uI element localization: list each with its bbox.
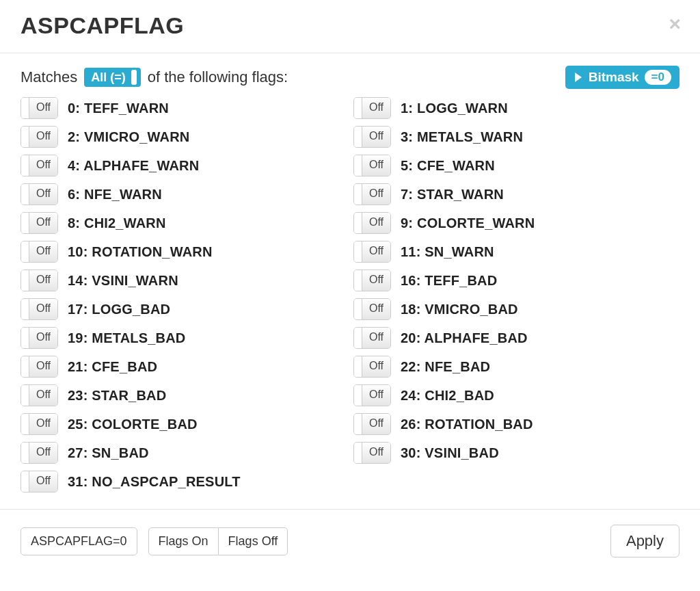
- flag-toggle[interactable]: Off: [353, 327, 391, 349]
- toggle-knob-icon: [354, 127, 362, 147]
- flag-label: 10: ROTATION_WARN: [68, 244, 213, 260]
- apply-button[interactable]: Apply: [610, 525, 679, 557]
- flag-row: Off5: CFE_WARN: [353, 155, 679, 176]
- flag-row: Off10: ROTATION_WARN: [21, 241, 347, 263]
- flag-row: Off22: NFE_BAD: [353, 356, 679, 378]
- flag-toggle[interactable]: Off: [353, 126, 391, 148]
- close-icon[interactable]: ×: [669, 14, 681, 34]
- flag-label: 19: METALS_BAD: [68, 330, 185, 346]
- flag-label: 31: NO_ASPCAP_RESULT: [68, 474, 241, 490]
- flag-state-label: Off: [29, 385, 57, 406]
- flag-toggle[interactable]: Off: [21, 241, 58, 263]
- flag-toggle[interactable]: Off: [353, 155, 391, 176]
- flags-onoff-group: Flags On Flags Off: [148, 527, 288, 555]
- modal-title: ASPCAPFLAG: [21, 12, 184, 39]
- toggle-knob-icon: [21, 414, 29, 434]
- flag-label: 11: SN_WARN: [401, 244, 494, 260]
- toggle-knob-icon: [21, 328, 29, 348]
- flags-on-button[interactable]: Flags On: [148, 527, 219, 555]
- flag-toggle[interactable]: Off: [21, 126, 58, 148]
- toggle-knob-icon: [21, 98, 29, 118]
- flag-row: Off6: NFE_WARN: [21, 183, 347, 205]
- flag-label: 20: ALPHAFE_BAD: [401, 330, 528, 346]
- toggle-knob-icon: [21, 299, 29, 319]
- toggle-knob-icon: [354, 155, 362, 176]
- flag-state-label: Off: [362, 155, 390, 176]
- flag-toggle[interactable]: Off: [353, 356, 391, 378]
- flag-toggle[interactable]: Off: [21, 413, 58, 435]
- flag-state-label: Off: [29, 98, 57, 118]
- flag-row: Off9: COLORTE_WARN: [353, 212, 679, 234]
- flag-modal: ASPCAPFLAG × Matches All (=) of the foll…: [0, 0, 700, 573]
- flag-row: Off8: CHI2_WARN: [21, 212, 347, 234]
- flag-state-label: Off: [29, 155, 57, 176]
- flag-row: Off24: CHI2_BAD: [353, 384, 679, 406]
- toggle-knob-icon: [21, 155, 29, 176]
- flag-state-label: Off: [29, 443, 57, 463]
- toggle-knob-icon: [354, 414, 362, 434]
- flag-label: 8: CHI2_WARN: [68, 215, 166, 231]
- flag-row: Off4: ALPHAFE_WARN: [21, 155, 347, 176]
- flag-label: 22: NFE_BAD: [401, 359, 490, 375]
- flag-row: Off2: VMICRO_WARN: [21, 126, 347, 148]
- flag-label: 7: STAR_WARN: [401, 187, 504, 202]
- flag-state-label: Off: [29, 184, 57, 205]
- flag-state-label: Off: [362, 328, 390, 348]
- flag-row: Off1: LOGG_WARN: [353, 97, 679, 119]
- flag-row: Off25: COLORTE_BAD: [21, 413, 347, 435]
- flag-state-label: Off: [29, 328, 57, 348]
- flag-toggle[interactable]: Off: [21, 442, 58, 464]
- flag-row: Off30: VSINI_BAD: [353, 442, 679, 464]
- flag-toggle[interactable]: Off: [353, 270, 391, 291]
- flag-toggle[interactable]: Off: [21, 327, 58, 349]
- flag-state-label: Off: [362, 443, 390, 463]
- flags-off-button[interactable]: Flags Off: [219, 527, 288, 555]
- flag-toggle[interactable]: Off: [353, 413, 391, 435]
- flag-row: Off31: NO_ASPCAP_RESULT: [21, 471, 347, 492]
- flag-label: 16: TEFF_BAD: [401, 273, 497, 289]
- flag-row: Off20: ALPHAFE_BAD: [353, 327, 679, 349]
- flag-toggle[interactable]: Off: [353, 97, 391, 119]
- toggle-knob-icon: [354, 98, 362, 118]
- matches-control: Matches All (=) of the following flags:: [21, 68, 288, 87]
- flag-toggle[interactable]: Off: [21, 183, 58, 205]
- flag-row: Off27: SN_BAD: [21, 442, 347, 464]
- toggle-knob-icon: [21, 270, 29, 291]
- flag-state-label: Off: [29, 471, 57, 492]
- flag-toggle[interactable]: Off: [353, 384, 391, 406]
- flag-label: 24: CHI2_BAD: [401, 388, 494, 404]
- flag-state-label: Off: [362, 356, 390, 377]
- flag-label: 6: NFE_WARN: [68, 187, 162, 202]
- flag-label: 2: VMICRO_WARN: [68, 129, 189, 145]
- flag-state-label: Off: [29, 356, 57, 377]
- flag-state-label: Off: [29, 299, 57, 319]
- flag-toggle[interactable]: Off: [21, 97, 58, 119]
- bitmask-label: Bitmask: [589, 70, 639, 85]
- flag-toggle[interactable]: Off: [21, 155, 58, 176]
- flag-state-label: Off: [362, 241, 390, 262]
- flag-state-label: Off: [362, 270, 390, 291]
- flag-toggle[interactable]: Off: [21, 471, 58, 492]
- expression-display[interactable]: ASPCAPFLAG=0: [21, 527, 137, 555]
- flag-toggle[interactable]: Off: [21, 270, 58, 291]
- flag-toggle[interactable]: Off: [353, 298, 391, 320]
- bitmask-button[interactable]: Bitmask =0: [565, 66, 679, 89]
- flag-state-label: Off: [362, 98, 390, 118]
- toggle-knob-icon: [21, 213, 29, 233]
- flags-grid: Off0: TEFF_WARNOff1: LOGG_WARNOff2: VMIC…: [21, 97, 679, 499]
- flag-toggle[interactable]: Off: [21, 212, 58, 234]
- flag-label: 30: VSINI_BAD: [401, 445, 499, 461]
- flag-toggle[interactable]: Off: [353, 212, 391, 234]
- flag-toggle[interactable]: Off: [353, 183, 391, 205]
- flag-label: 4: ALPHAFE_WARN: [68, 158, 199, 174]
- flag-label: 1: LOGG_WARN: [401, 101, 508, 116]
- flag-toggle[interactable]: Off: [353, 442, 391, 464]
- flag-toggle[interactable]: Off: [21, 384, 58, 406]
- match-mode-toggle[interactable]: All (=): [84, 68, 141, 87]
- flag-toggle[interactable]: Off: [21, 356, 58, 378]
- flag-row: Off0: TEFF_WARN: [21, 97, 347, 119]
- flag-toggle[interactable]: Off: [21, 298, 58, 320]
- toggle-knob-icon: [21, 443, 29, 463]
- flag-toggle[interactable]: Off: [353, 241, 391, 263]
- flag-row: Off7: STAR_WARN: [353, 183, 679, 205]
